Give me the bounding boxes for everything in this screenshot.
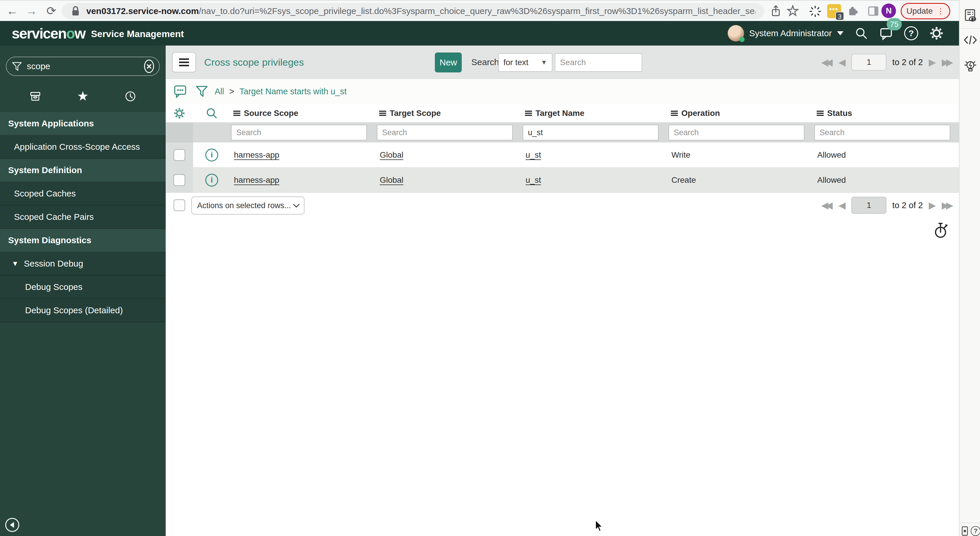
expand-triangle-icon: ▼ [12,260,19,268]
navigator-filter[interactable]: × [6,57,160,76]
sidebar-item-session-debug[interactable]: ▼ Session Debug [0,252,165,276]
next-page-icon[interactable]: ▶ [929,57,936,68]
user-name: System Administrator [749,28,832,38]
list-settings-cell [165,104,193,122]
row-checkbox[interactable] [173,149,185,161]
table-row: i harness-app Global u_st Create Allowed [165,168,959,193]
list-refresh-timer-icon[interactable] [933,222,949,239]
all-applications-tab-icon[interactable] [29,90,42,103]
chrome-update-button[interactable]: Update ⋮ [900,3,950,19]
filter-target-name-input[interactable] [523,124,659,140]
cell-target-name[interactable]: u_st [522,142,668,167]
filter-status-input[interactable] [815,124,950,140]
breadcrumb-separator: > [226,87,237,96]
column-header-status[interactable]: Status [814,104,959,122]
next-page-icon[interactable]: ▶ [929,200,936,211]
browser-profile-avatar[interactable]: N [881,3,896,18]
cell-target-name[interactable]: u_st [522,168,668,192]
kebab-menu-icon[interactable]: ⋮ [937,9,944,13]
code-panel-icon[interactable] [963,33,978,47]
url-path: /nav_to.do?uri=%2Fsys_scope_privilege_li… [199,6,756,16]
suggestion-bulb-icon[interactable] [963,59,977,75]
column-header-target-scope[interactable]: Target Scope [376,104,522,122]
actions-select[interactable]: Actions on selected rows... [191,196,304,215]
comments-icon[interactable] [173,84,188,99]
cell-target-scope[interactable]: Global [376,142,522,167]
bookmark-star-icon[interactable] [786,5,799,18]
record-info-icon[interactable]: i [205,174,218,187]
sidebar-item-scoped-cache-pairs[interactable]: Scoped Cache Pairs [0,206,165,229]
filter-operation-input[interactable] [668,124,804,140]
select-all-checkbox[interactable] [173,199,185,211]
collapse-navigator-button[interactable] [5,518,19,532]
page-number-input[interactable] [851,54,886,71]
sidebar-item-system-definition[interactable]: System Definition [0,159,165,182]
last-page-icon[interactable]: ▶▶ [942,200,953,211]
history-tab-icon[interactable] [124,90,137,103]
side-panel-icon[interactable] [867,5,880,18]
navigator-filter-input[interactable] [27,61,139,71]
column-search-icon[interactable] [205,107,218,120]
column-header-operation[interactable]: Operation [668,104,814,122]
sidebar-item-system-applications[interactable]: System Applications [0,112,165,136]
screen-size-toggle-icon[interactable] [961,526,968,536]
cell-operation: Create [668,168,814,192]
sidebar-item-scoped-caches[interactable]: Scoped Caches [0,182,165,206]
last-page-icon[interactable]: ▶▶ [942,57,953,68]
row-checkbox[interactable] [173,174,185,186]
strip-divider [959,523,980,523]
user-menu[interactable]: System Administrator [728,25,843,41]
address-bar[interactable]: ven03172.service-now.com/nav_to.do?uri=%… [62,3,764,19]
sidebar-item-application-cross-scope-access[interactable]: Application Cross-Scope Access [0,136,165,159]
sidebar-item-system-diagnostics[interactable]: System Diagnostics [0,229,165,252]
column-menu-icon [671,111,678,116]
extensions-puzzle-icon[interactable] [846,5,859,18]
filter-builder-icon[interactable] [196,85,208,98]
browser-reload-icon[interactable]: ⟳ [43,1,59,21]
clear-filter-icon[interactable]: × [144,59,154,73]
yellow-extension-icon[interactable]: ••• 3 [827,4,841,18]
record-info-icon[interactable]: i [205,148,218,161]
global-search-icon[interactable] [854,27,868,40]
filter-source-scope-input[interactable] [231,124,367,140]
filter-funnel-icon [12,61,22,72]
first-page-icon[interactable]: ◀◀ [821,200,833,211]
sidebar-item-debug-scopes-detailed[interactable]: Debug Scopes (Detailed) [0,299,165,322]
favorites-tab-icon[interactable] [76,90,89,103]
lock-icon[interactable] [71,5,81,17]
share-icon[interactable] [769,5,782,18]
column-header-target-name[interactable]: Target Name [522,104,668,122]
column-menu-icon [233,111,240,116]
new-record-button[interactable]: New [435,53,462,72]
search-mode-select[interactable]: for text ▼ [498,53,552,72]
help-icon[interactable]: ? [904,26,918,40]
settings-gear-icon[interactable] [929,26,944,41]
list-gear-icon[interactable] [173,107,186,120]
browser-back-icon[interactable]: ← [4,1,21,21]
list-context-menu-button[interactable] [172,52,196,72]
sidebar-item-debug-scopes[interactable]: Debug Scopes [0,276,165,299]
breadcrumb-filter-link[interactable]: Target Name starts with u_st [239,87,347,96]
column-header-source-scope[interactable]: Source Scope [231,104,376,122]
filter-gutter [165,123,193,142]
form-preview-icon[interactable] [964,8,977,23]
cell-source-scope[interactable]: harness-app [231,168,376,192]
column-search-toggle-cell [193,104,231,122]
spinner-extension-icon[interactable] [808,5,821,18]
cell-source-scope[interactable]: harness-app [231,142,376,167]
conversations-icon[interactable]: 75 [879,26,893,40]
first-page-icon[interactable]: ◀◀ [821,57,833,68]
url-text[interactable]: ven03172.service-now.com/nav_to.do?uri=%… [86,6,756,16]
list-title[interactable]: Cross scope privileges [204,46,304,79]
accessibility-help-icon[interactable]: ? [970,526,980,536]
prev-page-icon[interactable]: ◀ [838,200,846,211]
column-menu-icon [817,111,824,116]
breadcrumb-all-link[interactable]: All [215,87,224,96]
page-number-input[interactable] [851,197,886,214]
browser-forward-icon[interactable]: → [23,1,40,21]
list-search-input[interactable] [555,53,642,72]
prev-page-icon[interactable]: ◀ [838,57,846,68]
column-filter-row [165,123,959,142]
cell-target-scope[interactable]: Global [376,168,522,192]
filter-target-scope-input[interactable] [377,124,513,140]
